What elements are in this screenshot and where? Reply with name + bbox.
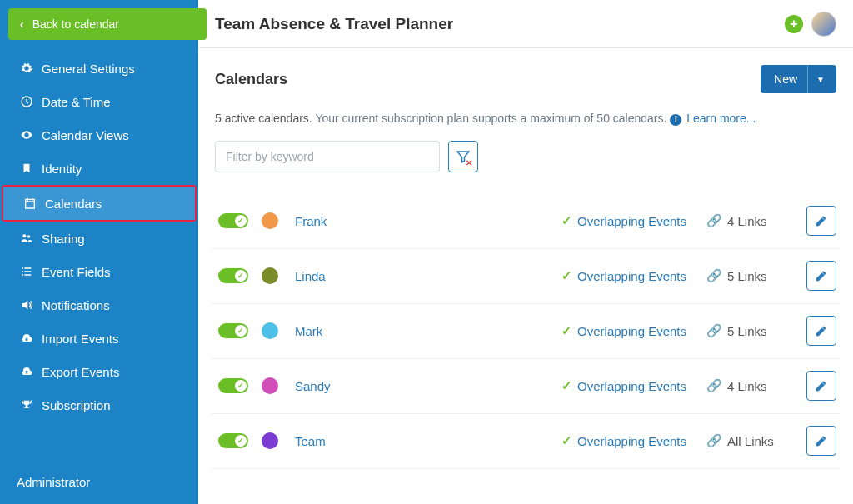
edit-button[interactable] — [806, 206, 836, 236]
sidebar-item-general-settings[interactable]: General Settings — [0, 52, 198, 85]
link-icon: 🔗 — [706, 213, 722, 228]
svg-point-2 — [27, 235, 30, 237]
bookmark-icon — [17, 162, 37, 175]
links-text: All Links — [727, 434, 774, 448]
sidebar-item-label: Sharing — [42, 232, 85, 246]
sidebar-item-calendars[interactable]: Calendars — [3, 187, 195, 220]
check-icon: ✓ — [561, 378, 572, 393]
calendar-icon — [20, 197, 40, 210]
sidebar-item-label: Export Events — [42, 365, 119, 379]
calendar-name-link[interactable]: Mark — [295, 324, 322, 338]
eye-icon — [17, 128, 37, 142]
enable-toggle[interactable]: ✓ — [218, 213, 248, 228]
sidebar-item-label: Notifications — [42, 298, 110, 312]
links-text: 4 Links — [727, 379, 767, 393]
page-heading: Calendars — [215, 71, 287, 88]
svg-point-1 — [22, 234, 26, 237]
sound-icon — [17, 298, 37, 312]
add-button[interactable]: + — [785, 15, 803, 33]
enable-toggle[interactable]: ✓ — [218, 268, 248, 283]
check-icon: ✓ — [561, 433, 572, 448]
back-label: Back to calendar — [32, 17, 119, 31]
links-cell: 🔗All Links — [706, 433, 798, 448]
chevron-left-icon: ‹ — [20, 17, 24, 31]
sidebar-item-date-time[interactable]: Date & Time — [0, 85, 198, 118]
edit-button[interactable] — [806, 371, 836, 401]
edit-button[interactable] — [806, 261, 836, 291]
calendar-row: ✓Linda✓Overlapping Events🔗5 Links — [212, 249, 840, 304]
clear-filter-button[interactable]: ✕ — [448, 141, 478, 172]
sidebar-item-export-events[interactable]: Export Events — [0, 355, 198, 388]
edit-button[interactable] — [806, 316, 836, 346]
calendar-name-link[interactable]: Linda — [295, 269, 326, 283]
sidebar-item-event-fields[interactable]: Event Fields — [0, 255, 198, 288]
overlapping-label: Overlapping Events — [577, 214, 686, 228]
check-icon: ✓ — [561, 268, 572, 283]
calendar-name-link[interactable]: Frank — [295, 214, 327, 228]
sidebar-item-label: General Settings — [42, 62, 135, 76]
group-icon — [17, 232, 37, 245]
link-icon: 🔗 — [706, 323, 722, 338]
overlapping-events-link[interactable]: ✓Overlapping Events — [561, 433, 686, 448]
color-swatch[interactable] — [262, 377, 278, 394]
link-icon: 🔗 — [706, 268, 722, 283]
color-swatch[interactable] — [262, 267, 278, 284]
sidebar-item-notifications[interactable]: Notifications — [0, 288, 198, 322]
cloud-down-icon — [17, 332, 37, 345]
edit-button[interactable] — [806, 426, 836, 456]
sidebar-item-label: Event Fields — [42, 265, 111, 279]
calendar-name-link[interactable]: Team — [295, 434, 326, 448]
calendar-name-link[interactable]: Sandy — [295, 379, 331, 393]
check-icon: ✓ — [561, 213, 572, 228]
sidebar-footer-role[interactable]: Administrator — [0, 460, 198, 504]
plan-note: Your current subscription plan supports … — [315, 112, 666, 125]
clock-icon — [17, 95, 37, 108]
links-text: 4 Links — [727, 214, 767, 228]
cloud-up-icon — [17, 365, 37, 378]
clear-x-icon: ✕ — [466, 158, 472, 167]
link-icon: 🔗 — [706, 433, 722, 448]
sidebar: ‹ Back to calendar General SettingsDate … — [0, 0, 198, 504]
overlapping-events-link[interactable]: ✓Overlapping Events — [561, 268, 686, 283]
learn-more-link[interactable]: Learn more... — [686, 112, 756, 125]
overlapping-events-link[interactable]: ✓Overlapping Events — [561, 378, 686, 393]
enable-toggle[interactable]: ✓ — [218, 323, 248, 338]
link-icon: 🔗 — [706, 378, 722, 393]
links-cell: 🔗4 Links — [706, 378, 798, 393]
filter-input[interactable] — [215, 141, 440, 172]
links-cell: 🔗5 Links — [706, 268, 798, 283]
list-icon — [17, 265, 37, 278]
overlapping-label: Overlapping Events — [577, 434, 686, 448]
enable-toggle[interactable]: ✓ — [218, 433, 248, 448]
avatar[interactable] — [811, 12, 836, 37]
links-cell: 🔗5 Links — [706, 323, 798, 338]
back-to-calendar-button[interactable]: ‹ Back to calendar — [8, 8, 207, 40]
active-count: 5 active calendars. — [215, 112, 312, 125]
info-icon[interactable]: i — [670, 114, 681, 126]
overlapping-label: Overlapping Events — [577, 379, 686, 393]
new-calendar-button[interactable]: New ▼ — [761, 65, 836, 93]
check-icon: ✓ — [561, 323, 572, 338]
plan-meta: 5 active calendars. Your current subscri… — [212, 112, 840, 126]
color-swatch[interactable] — [262, 212, 278, 229]
app-title: Team Absence & Travel Planner — [215, 15, 453, 33]
calendar-list: ✓Frank✓Overlapping Events🔗4 Links✓Linda✓… — [212, 194, 840, 469]
caret-down-icon[interactable]: ▼ — [807, 65, 833, 93]
sidebar-item-label: Import Events — [42, 332, 119, 346]
color-swatch[interactable] — [262, 322, 278, 339]
sidebar-item-subscription[interactable]: Subscription — [0, 388, 198, 422]
overlapping-label: Overlapping Events — [577, 269, 686, 283]
overlapping-events-link[interactable]: ✓Overlapping Events — [561, 323, 686, 338]
sidebar-item-label: Calendars — [45, 197, 102, 211]
sidebar-item-identity[interactable]: Identity — [0, 152, 198, 185]
sidebar-item-import-events[interactable]: Import Events — [0, 322, 198, 355]
calendar-row: ✓Team✓Overlapping Events🔗All Links — [212, 414, 840, 469]
header: Team Absence & Travel Planner + — [198, 0, 853, 48]
color-swatch[interactable] — [262, 432, 278, 449]
sidebar-item-calendar-views[interactable]: Calendar Views — [0, 118, 198, 152]
trophy-icon — [17, 398, 37, 412]
enable-toggle[interactable]: ✓ — [218, 378, 248, 393]
sidebar-item-sharing[interactable]: Sharing — [0, 222, 198, 255]
overlapping-events-link[interactable]: ✓Overlapping Events — [561, 213, 686, 228]
overlapping-label: Overlapping Events — [577, 324, 686, 338]
